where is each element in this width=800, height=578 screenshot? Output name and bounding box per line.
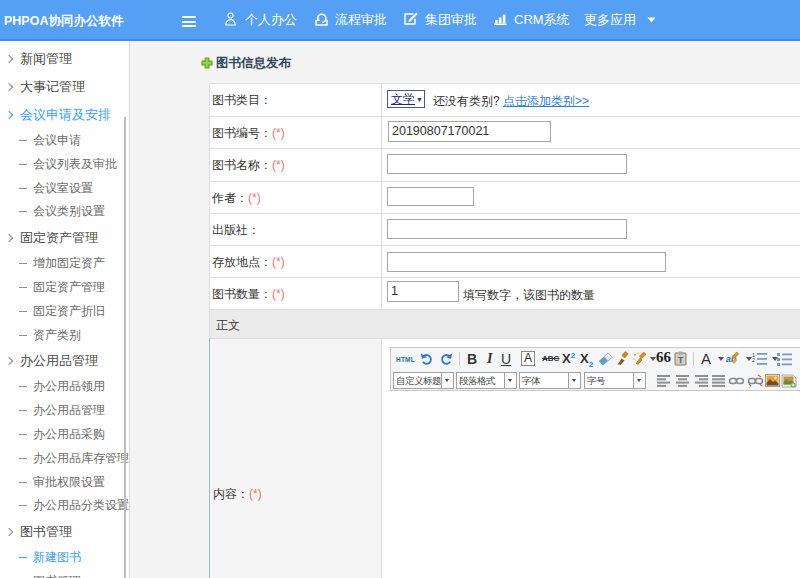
svg-text:2: 2 — [752, 357, 755, 363]
svg-text:T: T — [678, 355, 684, 365]
